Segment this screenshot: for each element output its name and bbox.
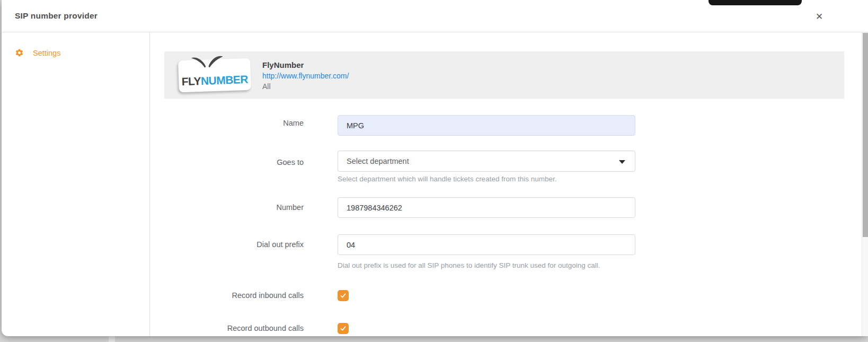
logo-number-text: NUMBER bbox=[200, 73, 248, 86]
chevron-down-icon bbox=[619, 160, 625, 164]
record-outbound-label: Record outbound calls bbox=[150, 323, 304, 333]
provider-name: FlyNumber bbox=[262, 60, 349, 69]
background-sliver bbox=[109, 336, 115, 342]
provider-scope: All bbox=[262, 82, 349, 91]
department-select[interactable]: Select department bbox=[338, 151, 635, 172]
checkmark-icon bbox=[339, 325, 347, 332]
sip-provider-modal: SIP number provider ✕ Settings FLY bbox=[2, 0, 868, 336]
number-input[interactable] bbox=[338, 197, 635, 218]
close-button[interactable]: ✕ bbox=[812, 9, 827, 24]
goes-to-help-text: Select department which will handle tick… bbox=[338, 175, 556, 183]
modal-body: Settings FLYNUMBER FlyNumber http://www.… bbox=[2, 32, 868, 336]
name-input[interactable] bbox=[338, 115, 635, 136]
record-inbound-label: Record inbound calls bbox=[150, 291, 304, 300]
dial-out-prefix-label: Dial out prefix bbox=[150, 240, 304, 249]
sidebar-item-label: Settings bbox=[33, 49, 60, 57]
wings-icon bbox=[191, 54, 224, 69]
close-icon: ✕ bbox=[816, 11, 823, 22]
record-outbound-checkbox[interactable] bbox=[338, 323, 349, 334]
record-inbound-checkbox[interactable] bbox=[338, 290, 349, 301]
logo-fly-text: FLY bbox=[181, 74, 201, 87]
sidebar-item-settings[interactable]: Settings bbox=[2, 45, 149, 60]
vertical-scrollbar[interactable] bbox=[862, 32, 868, 336]
dial-out-prefix-help-text: Dial out prefix is used for all SIP phon… bbox=[338, 261, 600, 269]
dial-out-prefix-input[interactable] bbox=[338, 234, 635, 255]
scrollbar-thumb[interactable] bbox=[863, 33, 868, 237]
department-select-value: Select department bbox=[347, 157, 409, 165]
provider-info: FlyNumber http://www.flynumber.com/ All bbox=[262, 59, 349, 91]
provider-url-link[interactable]: http://www.flynumber.com/ bbox=[262, 72, 349, 80]
page-title: SIP number provider bbox=[15, 11, 98, 21]
checkmark-icon bbox=[339, 292, 347, 300]
number-label: Number bbox=[150, 203, 304, 212]
logo-text: FLYNUMBER bbox=[181, 73, 248, 87]
provider-banner: FLYNUMBER FlyNumber http://www.flynumber… bbox=[164, 51, 844, 99]
browser-notification-remnant bbox=[708, 0, 802, 5]
goes-to-label: Goes to bbox=[150, 157, 304, 167]
settings-panel: FLYNUMBER FlyNumber http://www.flynumber… bbox=[150, 32, 868, 336]
sidebar: Settings bbox=[2, 32, 150, 336]
flynumber-logo: FLYNUMBER bbox=[178, 58, 251, 92]
name-label: Name bbox=[150, 118, 304, 128]
gear-icon bbox=[15, 48, 24, 57]
